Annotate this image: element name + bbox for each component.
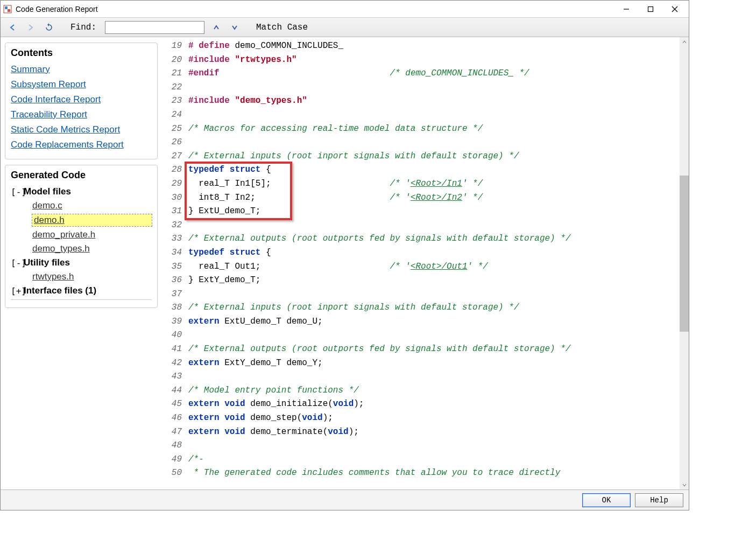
file-link-demo_private-h[interactable]: demo_private.h: [32, 229, 152, 240]
app-window: Code Generation Report Find: Match Case …: [0, 0, 689, 510]
code-line-41: /* External outputs (root outports fed b…: [188, 342, 680, 356]
tree-label: Interface files (1): [24, 285, 96, 296]
window-controls: [614, 1, 687, 17]
contents-link-1[interactable]: Subsystem Report: [11, 79, 152, 90]
code-line-26: [188, 136, 680, 150]
file-link-rtwtypes-h[interactable]: rtwtypes.h: [32, 271, 152, 282]
code-line-45: extern void demo_initialize(void);: [188, 397, 680, 411]
code-line-49: /*-: [188, 453, 680, 467]
code-line-48: [188, 439, 680, 453]
content-area: Contents SummarySubsystem ReportCode Int…: [1, 37, 689, 489]
generated-heading: Generated Code: [11, 170, 152, 181]
contents-link-0[interactable]: Summary: [11, 64, 152, 75]
svg-rect-1: [5, 6, 8, 9]
code-line-46: extern void demo_step(void);: [188, 411, 680, 425]
code-body[interactable]: # define demo_COMMON_INCLUDES_#include "…: [186, 37, 680, 489]
code-line-39: extern ExtU_demo_T demo_U;: [188, 315, 680, 329]
tree-group-2: [+]Interface files (1): [11, 285, 152, 296]
code-line-44: /* Model entry point functions */: [188, 384, 680, 398]
contents-panel: Contents SummarySubsystem ReportCode Int…: [5, 43, 158, 159]
code-line-30: int8_T In2; /* '<Root>/In2' */: [188, 191, 680, 205]
code-line-25: /* Macros for accessing real-time model …: [188, 122, 680, 136]
refresh-button[interactable]: [43, 21, 55, 34]
file-link-demo_types-h[interactable]: demo_types.h: [32, 243, 152, 254]
vertical-scrollbar[interactable]: [680, 37, 689, 489]
code-line-22: [188, 81, 680, 95]
svg-rect-2: [8, 9, 10, 12]
scroll-track[interactable]: [680, 46, 689, 480]
contents-link-2[interactable]: Code Interface Report: [11, 94, 152, 105]
find-label: Find:: [70, 23, 96, 32]
code-line-24: [188, 108, 680, 122]
back-button[interactable]: [6, 21, 19, 34]
line-gutter: 1920212223242526272829303132333435363738…: [162, 37, 186, 489]
tree-label: Utility files: [24, 257, 70, 268]
file-link-demo-c[interactable]: demo.c: [32, 200, 152, 211]
contents-links: SummarySubsystem ReportCode Interface Re…: [11, 64, 152, 150]
code-line-29: real_T In1[5]; /* '<Root>/In1' */: [188, 177, 680, 191]
titlebar: Code Generation Report: [1, 1, 689, 18]
code-line-21: #endif /* demo_COMMON_INCLUDES_ */: [188, 67, 680, 81]
code-line-50: * The generated code includes comments t…: [188, 466, 680, 480]
minimize-button[interactable]: [614, 1, 638, 17]
tree-toggle[interactable]: [-]: [11, 258, 24, 268]
forward-button[interactable]: [24, 21, 37, 34]
tree-toggle[interactable]: [-]: [11, 187, 24, 197]
code-line-32: [188, 219, 680, 233]
code-viewer: 1920212223242526272829303132333435363738…: [162, 37, 689, 489]
scroll-up-icon[interactable]: [680, 37, 689, 46]
bottom-bar: OK Help: [1, 489, 689, 510]
code-line-37: [188, 288, 680, 302]
code-line-23: #include "demo_types.h": [188, 94, 680, 108]
code-line-38: /* External inputs (root inport signals …: [188, 301, 680, 315]
code-line-20: #include "rtwtypes.h": [188, 53, 680, 67]
find-input[interactable]: [105, 21, 204, 34]
sidebar: Contents SummarySubsystem ReportCode Int…: [1, 37, 162, 489]
contents-link-4[interactable]: Static Code Metrics Report: [11, 124, 152, 135]
scroll-thumb[interactable]: [680, 176, 689, 332]
code-line-19: # define demo_COMMON_INCLUDES_: [188, 39, 680, 53]
contents-link-3[interactable]: Traceability Report: [11, 109, 152, 120]
match-case-toggle[interactable]: Match Case: [256, 23, 308, 32]
window-title: Code Generation Report: [16, 5, 614, 13]
help-button[interactable]: Help: [635, 493, 683, 507]
svg-rect-4: [648, 6, 653, 11]
code-line-28: typedef struct {: [188, 163, 680, 177]
toolbar: Find: Match Case: [1, 18, 689, 37]
find-prev-button[interactable]: [210, 21, 223, 34]
code-line-33: /* External outputs (root outports fed b…: [188, 232, 680, 246]
code-line-31: } ExtU_demo_T;: [188, 205, 680, 219]
generated-code-panel: Generated Code [-]Model filesdemo.cdemo.…: [5, 165, 158, 308]
tree-group-1: [-]Utility files: [11, 257, 152, 268]
code-line-27: /* External inputs (root inport signals …: [188, 150, 680, 164]
app-icon: [3, 4, 12, 14]
maximize-button[interactable]: [638, 1, 662, 17]
code-line-36: } ExtY_demo_T;: [188, 274, 680, 288]
contents-link-5[interactable]: Code Replacements Report: [11, 139, 152, 150]
code-line-43: [188, 370, 680, 384]
code-line-35: real_T Out1; /* '<Root>/Out1' */: [188, 260, 680, 274]
tree-group-0: [-]Model files: [11, 186, 152, 197]
code-line-34: typedef struct {: [188, 246, 680, 260]
tree-toggle[interactable]: [+]: [11, 286, 24, 296]
code-line-40: [188, 328, 680, 342]
file-link-demo-h[interactable]: demo.h: [32, 214, 152, 226]
scroll-down-icon[interactable]: [680, 480, 689, 489]
close-button[interactable]: [662, 1, 687, 17]
code-line-42: extern ExtY_demo_T demo_Y;: [188, 356, 680, 370]
tree-label: Model files: [24, 186, 71, 197]
ok-button[interactable]: OK: [582, 493, 631, 507]
contents-heading: Contents: [11, 47, 152, 59]
find-next-button[interactable]: [228, 21, 241, 34]
code-line-47: extern void demo_terminate(void);: [188, 425, 680, 439]
